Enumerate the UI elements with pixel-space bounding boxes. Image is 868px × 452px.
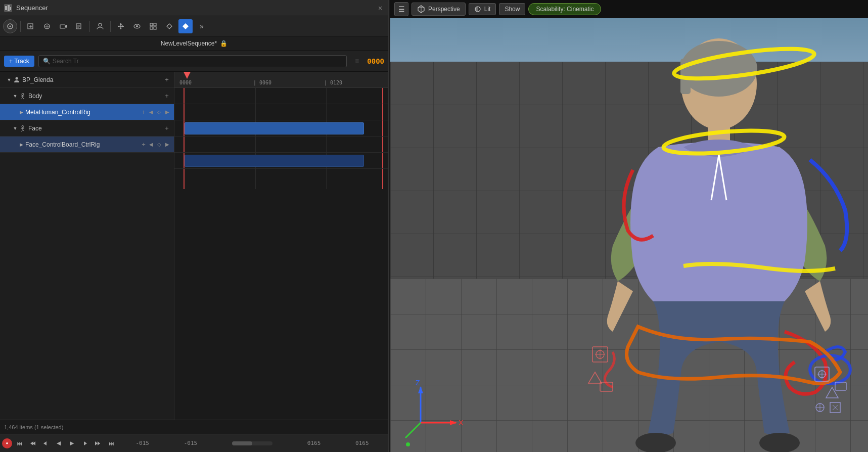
- expand-arrow-metahuman: ▶: [18, 109, 24, 115]
- show-label: Show: [505, 6, 520, 13]
- search-placeholder: Search Tr: [53, 58, 79, 65]
- svg-marker-31: [182, 23, 189, 29]
- transport-bar: ● ⏮ ◀ ▶ ⏭ -015 -015 0165 0165: [0, 434, 388, 452]
- main-toolbar: »: [0, 16, 388, 36]
- toolbar-sep-1: [20, 21, 21, 32]
- transport-play[interactable]: ▶: [66, 437, 78, 449]
- timeline-area[interactable]: 0000 | 0060 | 0120: [174, 72, 388, 420]
- track-name-face-cb: Face_ControlBoard_CtrlRig: [25, 141, 140, 148]
- svg-marker-46: [84, 441, 87, 445]
- lit-label: Lit: [484, 6, 491, 13]
- svg-rect-26: [150, 23, 153, 26]
- hamburger-icon: ☰: [398, 5, 405, 13]
- track-name-metahuman: MetaHuman_ControlRig: [25, 109, 140, 116]
- viewport-scalability-button[interactable]: Scalability: Cinematic: [528, 3, 601, 15]
- character-annotation-svg: Z X: [390, 18, 868, 452]
- options-button[interactable]: [3, 19, 17, 33]
- track-metahuman-controlrig[interactable]: ▶ MetaHuman_ControlRig + ◀ ◇ ▶: [0, 104, 174, 120]
- track-add-bp-glenda[interactable]: +: [163, 76, 171, 84]
- viewport-lit-button[interactable]: Lit: [469, 3, 496, 15]
- svg-line-41: [21, 130, 23, 131]
- person-icon-bp-glenda: [13, 76, 20, 83]
- perspective-label: Perspective: [428, 6, 460, 13]
- record-button[interactable]: ●: [2, 438, 12, 448]
- svg-line-72: [405, 423, 421, 438]
- svg-line-36: [21, 98, 23, 99]
- track-body[interactable]: ▼ Body +: [0, 88, 174, 104]
- scrubbar[interactable]: [232, 441, 272, 445]
- viewport-show-button[interactable]: Show: [499, 3, 525, 15]
- viewport-menu-button[interactable]: ☰: [394, 2, 408, 16]
- track-face-controlboard[interactable]: ▶ Face_ControlBoard_CtrlRig + ◀ ◇ ▶: [0, 137, 174, 153]
- timeline-row-face: [174, 137, 388, 153]
- timeline-row-metahuman: [174, 120, 388, 137]
- svg-point-32: [16, 77, 18, 79]
- svg-marker-48: [98, 441, 100, 445]
- toolbar-sep-2: [89, 21, 90, 32]
- track-face[interactable]: ▼ Face +: [0, 120, 174, 137]
- track-name-face: Face: [28, 125, 163, 132]
- new-sequence-button[interactable]: [24, 19, 38, 33]
- track-add-face[interactable]: +: [163, 124, 171, 132]
- kf-add-face-cb[interactable]: ◇: [156, 141, 163, 148]
- svg-marker-22: [118, 25, 119, 27]
- snap-tool-button[interactable]: [146, 19, 160, 33]
- svg-point-17: [99, 23, 102, 26]
- view-tool-button[interactable]: [130, 19, 144, 33]
- close-button[interactable]: ×: [376, 4, 384, 12]
- filter-button[interactable]: ≡: [351, 55, 363, 67]
- transport-next-frame[interactable]: [79, 437, 91, 449]
- transport-next-key[interactable]: [92, 437, 104, 449]
- svg-line-42: [23, 130, 24, 131]
- track-add-body[interactable]: +: [163, 92, 171, 100]
- lock-icon: 🔒: [220, 40, 227, 47]
- viewport-scene: Z X: [390, 18, 868, 452]
- svg-rect-0: [5, 6, 7, 10]
- cube-icon: [417, 5, 425, 13]
- viewport-perspective-button[interactable]: Perspective: [412, 3, 466, 16]
- transport-start[interactable]: ⏮: [13, 437, 25, 449]
- expand-arrow-face: ▼: [12, 125, 18, 131]
- render-button[interactable]: [72, 19, 86, 33]
- viewport-toolbar: ☰ Perspective Lit Show Scalability: Cine…: [390, 0, 868, 18]
- svg-point-38: [22, 125, 24, 127]
- status-bar: 1,464 items (1 selected): [0, 420, 388, 434]
- transport-end[interactable]: ⏭: [105, 437, 117, 449]
- kf-next-metahuman[interactable]: ▶: [164, 109, 171, 116]
- svg-point-61: [759, 433, 800, 452]
- track-name-body: Body: [28, 93, 163, 100]
- kf-prev-metahuman[interactable]: ◀: [148, 109, 155, 116]
- timeline-block-face-cb: [185, 155, 364, 167]
- search-icon: 🔍: [43, 58, 51, 65]
- svg-rect-11: [60, 25, 65, 28]
- camera-button[interactable]: [56, 19, 70, 33]
- transform-tool-button[interactable]: [114, 19, 128, 33]
- kf-prev-face-cb[interactable]: ◀: [148, 141, 155, 148]
- title-bar: Sequencer ×: [0, 0, 388, 16]
- kf-next-face-cb[interactable]: ▶: [164, 141, 171, 148]
- skeleton-icon-body: [19, 93, 26, 100]
- svg-rect-29: [154, 27, 156, 29]
- more-tools-button[interactable]: »: [195, 19, 209, 33]
- transport-timecodes: -015 -015 0165 0165: [118, 440, 386, 446]
- svg-marker-67: [418, 386, 423, 393]
- active-tool-button[interactable]: [178, 19, 193, 33]
- track-add-metahuman[interactable]: +: [140, 108, 148, 116]
- svg-point-60: [635, 433, 676, 452]
- svg-rect-2: [10, 7, 11, 10]
- browse-button[interactable]: [40, 19, 54, 33]
- transport-prev-frame[interactable]: [39, 437, 52, 449]
- scene-background: Z X: [390, 18, 868, 452]
- status-text: 1,464 items (1 selected): [4, 424, 63, 430]
- transport-prev-key[interactable]: [26, 437, 38, 449]
- transport-play-back[interactable]: ◀: [53, 437, 65, 449]
- sequencer-panel: Sequencer ×: [0, 0, 389, 452]
- kf-add-metahuman[interactable]: ◇: [156, 109, 163, 116]
- track-add-face-cb[interactable]: +: [140, 141, 148, 149]
- keys-tool-button[interactable]: [162, 19, 176, 33]
- track-bp-glenda[interactable]: ▼ BP_Glenda +: [0, 72, 174, 88]
- timeline-ruler[interactable]: 0000 | 0060 | 0120: [174, 72, 388, 88]
- add-track-button[interactable]: + Track: [4, 56, 34, 67]
- actor-button[interactable]: [93, 19, 107, 33]
- content-area: ▼ BP_Glenda + ▼ Body + ▶ MetaHuman_Contr…: [0, 72, 388, 420]
